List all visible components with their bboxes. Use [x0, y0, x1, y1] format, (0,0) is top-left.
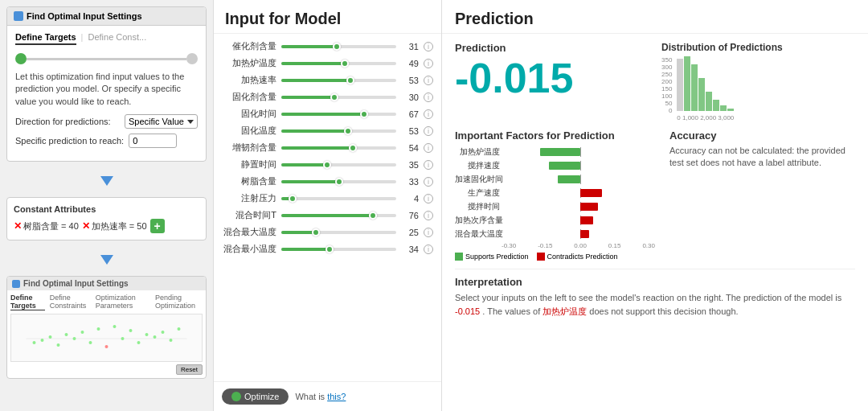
slider-info-icon[interactable]: i	[424, 92, 433, 102]
slider-row: 固化时间 67 i	[222, 108, 433, 120]
slider-info-icon[interactable]: i	[424, 109, 433, 119]
window-icon	[14, 11, 23, 21]
slider-track-wrap[interactable]	[281, 142, 396, 154]
slider-row: 增韧剂含量 54 i	[222, 142, 433, 154]
slider-info-icon[interactable]: i	[424, 76, 433, 85]
this-link[interactable]: this?	[327, 392, 346, 401]
slider-track-wrap[interactable]	[281, 193, 396, 204]
factor-label: 搅拌时间	[455, 201, 500, 212]
svg-marker-0	[100, 176, 113, 186]
slider-info-icon[interactable]: i	[424, 42, 433, 51]
slider-track-wrap[interactable]	[281, 125, 396, 137]
slider-thumb[interactable]	[312, 228, 320, 236]
mini-tabs: Define Targets Define Constraints Optimi…	[10, 294, 203, 310]
slider-row: 加热速率 53 i	[222, 74, 433, 86]
tab-define-targets[interactable]: Define Targets	[15, 32, 76, 45]
slider-info-icon[interactable]: i	[424, 59, 433, 68]
mini-tab-4[interactable]: Pending Optimization	[155, 294, 203, 310]
factor-axis-line	[580, 175, 581, 184]
slider-fill	[281, 180, 339, 183]
legend-supports-label: Supports Prediction	[465, 253, 529, 261]
slider-thumb[interactable]	[369, 212, 377, 220]
slider-thumb[interactable]	[333, 43, 341, 51]
specific-input[interactable]	[129, 134, 177, 148]
tag-x-2[interactable]: ✕	[82, 220, 90, 232]
slider-thumb[interactable]	[344, 127, 352, 135]
define-targets-card: Find Optimal Input Settings Define Targe…	[6, 6, 207, 162]
middle-header: Input for Model	[214, 0, 441, 34]
mini-tab-1[interactable]: Define Targets	[10, 294, 45, 310]
slider-track-wrap[interactable]	[281, 159, 396, 171]
svg-point-6	[57, 343, 60, 347]
slider-thumb[interactable]	[289, 195, 297, 203]
slider-row: 固化剂含量 30 i	[222, 91, 433, 103]
accuracy-title: Accuracy	[669, 129, 855, 142]
interp-link[interactable]: 加热炉温度	[542, 306, 587, 316]
slider-thumb[interactable]	[326, 245, 334, 253]
slider-info-icon[interactable]: i	[424, 228, 433, 237]
slider-row: 加热炉温度 49 i	[222, 57, 433, 69]
stepper-dot-2	[186, 53, 198, 64]
tag-x-1[interactable]: ✕	[14, 220, 22, 232]
factor-axis-labels: -0.30-0.150.000.150.30	[500, 242, 657, 249]
slider-track-wrap[interactable]	[281, 176, 396, 187]
slider-info-icon[interactable]: i	[424, 211, 433, 220]
slider-track	[281, 113, 396, 116]
slider-track-wrap[interactable]	[281, 75, 396, 86]
svg-point-10	[89, 341, 92, 344]
right-header: Prediction	[442, 0, 868, 34]
svg-point-9	[81, 331, 84, 334]
legend-contradicts-label: Contradicts Prediction	[547, 253, 618, 261]
dist-bar	[691, 64, 698, 111]
slider-thumb[interactable]	[323, 161, 331, 169]
slider-track-wrap[interactable]	[281, 244, 396, 255]
slider-track-wrap[interactable]	[281, 92, 396, 103]
svg-point-15	[129, 329, 133, 332]
add-tag-button[interactable]: +	[150, 219, 165, 233]
slider-thumb[interactable]	[349, 144, 357, 152]
slider-row: 静置时间 35 i	[222, 158, 433, 171]
dist-x-axis: 01,0002,0003,000	[677, 114, 734, 121]
slider-thumb[interactable]	[346, 76, 354, 84]
middle-footer: Optimize What is this?	[214, 381, 441, 411]
slider-track-wrap[interactable]	[281, 58, 396, 69]
slider-info-icon[interactable]: i	[424, 143, 433, 153]
slider-info-icon[interactable]: i	[424, 126, 433, 136]
slider-info-icon[interactable]: i	[424, 245, 433, 254]
slider-info-icon[interactable]: i	[424, 177, 433, 187]
const-attrs-title: Constant Attributes	[14, 204, 199, 214]
slider-row: 树脂含量 33 i	[222, 175, 433, 187]
dist-bar	[713, 100, 719, 111]
slider-fill	[281, 129, 348, 133]
slider-thumb[interactable]	[341, 60, 349, 68]
card-title: Find Optimal Input Settings	[27, 11, 142, 21]
tab-define-const[interactable]: Define Const...	[88, 32, 146, 45]
arrow-block-1	[6, 168, 207, 191]
slider-track	[281, 62, 396, 65]
slider-thumb[interactable]	[335, 178, 343, 186]
mini-tab-3[interactable]: Optimization Parameters	[96, 294, 150, 310]
slider-track-wrap[interactable]	[281, 41, 396, 52]
slider-info-icon[interactable]: i	[424, 194, 433, 203]
factor-label: 混合最大温度	[455, 228, 500, 240]
direction-select[interactable]: Specific Value	[125, 114, 198, 129]
left-panel: Find Optimal Input Settings Define Targe…	[0, 0, 213, 411]
slider-info-icon[interactable]: i	[424, 160, 433, 170]
right-panel: Prediction Prediction -0.015 Distributio…	[442, 0, 868, 411]
optimize-button[interactable]: Optimize	[222, 388, 289, 405]
arrow-block-2	[6, 247, 207, 269]
description-text: Let this optimization find input values …	[15, 71, 198, 108]
factor-axis-line	[580, 147, 581, 157]
slider-track-wrap[interactable]	[281, 109, 396, 120]
slider-track	[281, 45, 396, 48]
slider-track	[281, 129, 396, 133]
reset-button[interactable]: Reset	[176, 364, 203, 375]
mini-tab-2[interactable]: Define Constraints	[50, 294, 91, 310]
dist-bar	[727, 109, 734, 111]
slider-thumb[interactable]	[360, 110, 368, 118]
slider-thumb[interactable]	[330, 93, 338, 101]
slider-row: 混合最小温度 34 i	[222, 243, 433, 255]
dist-bar	[706, 92, 712, 111]
slider-track-wrap[interactable]	[281, 227, 396, 238]
slider-track-wrap[interactable]	[281, 210, 396, 221]
